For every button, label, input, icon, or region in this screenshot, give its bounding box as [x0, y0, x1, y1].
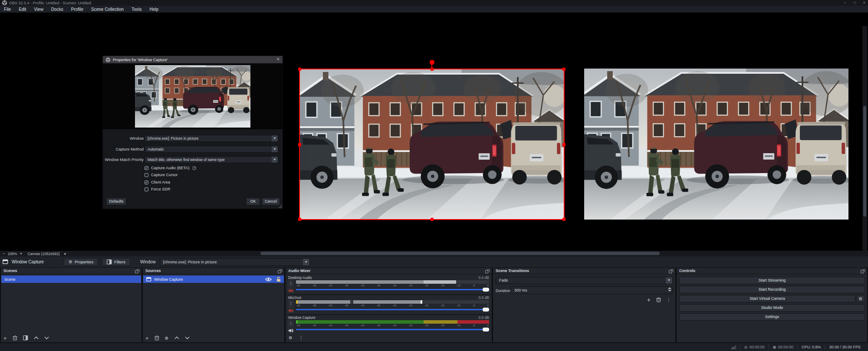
menu-docks[interactable]: Docks — [47, 7, 67, 12]
source-list-item[interactable]: Window Capture — [143, 276, 284, 283]
menu-scene-collection[interactable]: Scene Collection — [87, 7, 128, 12]
kebab-menu-icon[interactable]: ⋮ — [288, 280, 294, 287]
remove-source-button[interactable] — [155, 335, 159, 341]
unlock-icon[interactable] — [276, 277, 281, 282]
scene-list-item[interactable]: Scene — [1, 276, 141, 283]
volume-slider-handle[interactable] — [483, 288, 489, 292]
add-transition-button[interactable]: + — [647, 296, 651, 303]
preview-right[interactable] — [584, 69, 848, 220]
move-scene-down-button[interactable] — [44, 336, 49, 340]
popout-icon[interactable] — [861, 269, 865, 273]
selection-handle-bottom[interactable] — [431, 218, 434, 221]
mute-button[interactable] — [288, 328, 294, 333]
kebab-menu-icon[interactable]: ⋮ — [299, 335, 303, 340]
resize-grip[interactable] — [279, 205, 282, 208]
transition-dropdown[interactable]: Fade ▾ — [496, 277, 673, 284]
remove-scene-button[interactable] — [13, 335, 17, 341]
add-scene-button[interactable]: + — [3, 336, 7, 341]
popout-icon[interactable] — [485, 269, 490, 273]
defaults-button[interactable]: Defaults — [106, 198, 126, 205]
chevron-down-icon[interactable]: ▾ — [272, 135, 278, 141]
volume-slider-handle[interactable] — [483, 308, 489, 312]
properties-button[interactable]: ⚙ Properties — [64, 258, 98, 266]
volume-slider[interactable] — [296, 307, 489, 312]
selection-handle-top[interactable] — [431, 68, 434, 71]
zoom-in-button[interactable]: + — [20, 251, 23, 256]
minimize-button[interactable]: − — [844, 0, 846, 6]
rotation-handle[interactable] — [430, 60, 434, 65]
ok-button[interactable]: OK — [246, 198, 260, 205]
start-streaming-button[interactable]: Start Streaming — [679, 277, 865, 284]
horizontal-scrollbar-thumb[interactable] — [260, 252, 660, 255]
visibility-eye-icon[interactable] — [265, 277, 272, 282]
dialog-close-icon[interactable]: × — [277, 56, 279, 62]
volume-slider-track[interactable] — [296, 329, 489, 330]
spin-down-icon[interactable] — [668, 290, 671, 292]
selection-handle-bottom-right[interactable] — [562, 218, 566, 221]
volume-slider[interactable] — [296, 287, 489, 292]
selection-handle-right[interactable] — [562, 143, 566, 146]
start-virtual-camera-button[interactable]: Start Virtual Camera — [679, 295, 855, 302]
canvas-size-label[interactable]: Canvas (1052x592) — [27, 252, 59, 256]
menu-view[interactable]: View — [30, 7, 47, 12]
menu-help[interactable]: Help — [145, 7, 162, 12]
menu-file[interactable]: File — [0, 7, 15, 12]
selection-handle-top-left[interactable] — [298, 68, 301, 71]
settings-button[interactable]: Settings — [679, 313, 865, 321]
add-source-button[interactable]: + — [145, 336, 149, 341]
help-icon[interactable]: ? — [192, 166, 196, 170]
volume-slider-handle[interactable] — [483, 328, 489, 331]
selection-handle-bottom-left[interactable] — [298, 218, 301, 221]
menu-tools[interactable]: Tools — [128, 7, 145, 12]
chevron-down-icon[interactable]: ▾ — [272, 146, 278, 152]
mute-button[interactable] — [288, 308, 294, 313]
preview-selected-source[interactable] — [299, 69, 565, 220]
remove-transition-button[interactable] — [656, 297, 661, 302]
volume-slider[interactable] — [296, 327, 489, 332]
capture-audio-checkbox[interactable] — [145, 166, 148, 170]
popout-icon[interactable] — [278, 269, 282, 273]
cancel-button[interactable]: Cancel — [262, 198, 280, 205]
studio-mode-button[interactable]: Studio Mode — [679, 304, 865, 312]
maximize-button[interactable]: □ — [853, 0, 856, 6]
spin-up-icon[interactable] — [668, 287, 671, 289]
selection-handle-top-right[interactable] — [562, 68, 566, 71]
kebab-menu-icon[interactable]: ⋮ — [667, 298, 671, 302]
dialog-title-bar[interactable]: Properties for 'Window Capture' × — [103, 56, 283, 63]
scene-filters-button[interactable] — [23, 335, 28, 341]
duration-spinbox[interactable]: 300 ms — [510, 286, 673, 294]
chevron-down-icon[interactable]: ▾ — [272, 157, 278, 163]
capture-cursor-checkbox[interactable] — [145, 173, 148, 177]
mute-button[interactable] — [288, 288, 294, 293]
selection-handle-left[interactable] — [298, 143, 301, 146]
advanced-audio-gear-icon[interactable]: ⚙ — [289, 335, 293, 340]
popout-icon[interactable] — [135, 269, 139, 273]
force-sdr-checkbox[interactable] — [145, 187, 148, 191]
source-properties-gear-icon[interactable]: ⚙ — [165, 336, 169, 341]
window-select-dropdown[interactable]: [chrome.exe]: Picture in picture ▾ — [160, 258, 310, 266]
popout-icon[interactable] — [669, 269, 673, 273]
zoom-out-button[interactable]: − — [3, 251, 5, 256]
window-dropdown[interactable]: [chrome.exe]: Picture in picture ▾ — [145, 135, 278, 142]
vertical-scrollbar[interactable] — [862, 26, 867, 263]
chevron-down-icon[interactable]: ▾ — [64, 252, 66, 256]
chevron-down-icon[interactable]: ▾ — [303, 259, 309, 266]
kebab-menu-icon[interactable]: ⋮ — [288, 300, 294, 307]
match-priority-dropdown[interactable]: Match title, otherwise find window of sa… — [145, 156, 278, 163]
menu-edit[interactable]: Edit — [15, 7, 30, 12]
menu-profile[interactable]: Profile — [67, 7, 87, 12]
kebab-menu-icon[interactable]: ⋮ — [288, 320, 294, 327]
move-scene-up-button[interactable] — [34, 336, 39, 340]
volume-slider-track[interactable] — [296, 289, 489, 290]
client-area-checkbox[interactable] — [145, 180, 148, 184]
virtual-camera-settings-button[interactable]: ⚙ — [856, 295, 865, 302]
volume-slider-track[interactable] — [296, 309, 489, 310]
chevron-down-icon[interactable]: ▾ — [666, 277, 672, 284]
start-recording-button[interactable]: Start Recording — [679, 286, 865, 293]
filters-button[interactable]: Filters — [102, 258, 130, 266]
vertical-scrollbar-thumb[interactable] — [863, 106, 866, 217]
move-source-up-button[interactable] — [174, 336, 179, 340]
capture-method-dropdown[interactable]: Automatic ▾ — [145, 146, 278, 153]
close-button[interactable]: × — [863, 0, 865, 6]
move-source-down-button[interactable] — [185, 336, 190, 340]
